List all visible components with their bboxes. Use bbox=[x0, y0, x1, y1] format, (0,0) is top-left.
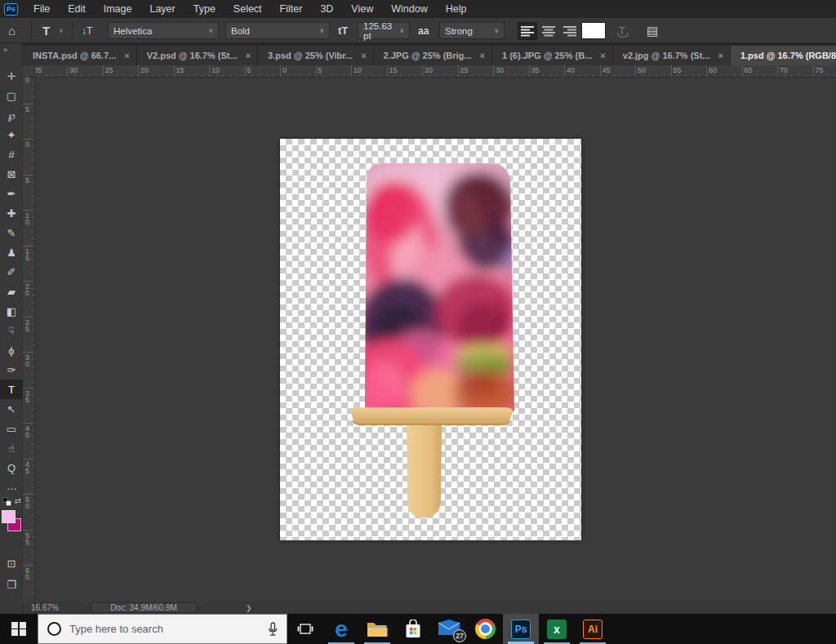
menu-3d[interactable]: 3D bbox=[311, 0, 342, 18]
status-bar: 16.67% Doc: 34.9M/60.9M ❯ bbox=[23, 602, 836, 614]
tab-close-icon[interactable]: × bbox=[124, 51, 129, 60]
quick-mask-icon[interactable]: ⊡ bbox=[0, 557, 23, 570]
dodge-tool[interactable]: ϕ bbox=[0, 340, 23, 360]
menu-file[interactable]: File bbox=[24, 0, 59, 18]
edge-taskbar-button[interactable]: e bbox=[323, 614, 359, 644]
ruler-label: 15 bbox=[176, 66, 185, 74]
file-explorer-taskbar-button[interactable] bbox=[359, 614, 395, 644]
eyedropper-tool[interactable]: ✒ bbox=[0, 184, 23, 203]
excel-taskbar-button[interactable]: x bbox=[539, 614, 575, 644]
menu-window[interactable]: Window bbox=[382, 0, 436, 18]
tab-close-icon[interactable]: × bbox=[718, 51, 723, 60]
chevron-down-icon[interactable]: ∨ bbox=[59, 18, 64, 43]
tab-close-icon[interactable]: × bbox=[246, 51, 251, 60]
font-family-select[interactable]: Helvetica ∨ bbox=[108, 22, 219, 39]
screen-mode-icon[interactable]: ❐ bbox=[0, 579, 23, 591]
task-view-button[interactable] bbox=[287, 614, 323, 644]
ruler-label: 55 bbox=[674, 66, 682, 74]
eraser-tool[interactable]: ▰ bbox=[0, 282, 23, 301]
menu-edit[interactable]: Edit bbox=[59, 0, 95, 18]
toggle-panels-icon[interactable]: ▤ bbox=[647, 18, 658, 43]
type-tool[interactable]: T bbox=[0, 380, 23, 399]
canvas-document[interactable] bbox=[280, 139, 581, 540]
ruler-corner[interactable] bbox=[23, 65, 35, 78]
frame-tool[interactable]: ⊠ bbox=[0, 164, 23, 184]
align-left-button[interactable] bbox=[518, 22, 537, 40]
lasso-tool[interactable]: ℘ bbox=[0, 105, 23, 125]
document-tab[interactable]: INSTA.psd @ 66.7...× bbox=[23, 46, 136, 65]
foreground-color-swatch[interactable] bbox=[2, 510, 16, 523]
home-icon[interactable]: ⌂ bbox=[8, 18, 16, 43]
rectangle-tool[interactable]: ▭ bbox=[0, 419, 23, 438]
text-color-swatch[interactable] bbox=[581, 22, 606, 39]
zoom-level-field[interactable]: 16.67% bbox=[31, 603, 76, 612]
chrome-taskbar-button[interactable] bbox=[467, 614, 503, 644]
store-taskbar-button[interactable] bbox=[395, 614, 431, 644]
document-tab[interactable]: 1 (6).JPG @ 25% (B...× bbox=[492, 46, 612, 65]
align-center-button[interactable] bbox=[539, 22, 558, 40]
path-selection-tool[interactable]: ↖ bbox=[0, 399, 23, 419]
quick-selection-tool[interactable]: ✦ bbox=[0, 125, 23, 144]
ruler-minor-tick bbox=[81, 74, 82, 77]
healing-brush-tool[interactable]: ✚ bbox=[0, 203, 23, 223]
menu-filter[interactable]: Filter bbox=[271, 0, 312, 18]
tab-close-icon[interactable]: × bbox=[480, 51, 485, 60]
document-tab[interactable]: 3.psd @ 25% (Vibr...× bbox=[258, 46, 373, 65]
menu-image[interactable]: Image bbox=[95, 0, 141, 18]
align-right-icon bbox=[563, 25, 576, 37]
tab-close-icon[interactable]: × bbox=[361, 51, 366, 60]
smudge-tool[interactable]: ☟ bbox=[0, 321, 23, 340]
mail-taskbar-button[interactable]: 27 bbox=[431, 614, 467, 644]
windows-taskbar: Type here to search e bbox=[0, 614, 836, 644]
document-tab[interactable]: 2.JPG @ 25% (Brig...× bbox=[374, 46, 491, 65]
start-button[interactable] bbox=[0, 614, 38, 644]
tab-close-icon[interactable]: × bbox=[600, 51, 605, 60]
menu-view[interactable]: View bbox=[342, 0, 382, 18]
document-tab[interactable]: 1.psd @ 16.7% (RGB/8*)× bbox=[731, 46, 836, 65]
vertical-ruler[interactable]: 105051015202530354045505560 bbox=[23, 78, 35, 602]
photoshop-icon: Ps bbox=[511, 620, 531, 639]
move-tool[interactable]: ✛ bbox=[0, 66, 23, 86]
document-tab[interactable]: V2.psd @ 16.7% (St...× bbox=[137, 46, 257, 65]
brush-tool[interactable]: ✎ bbox=[0, 223, 23, 242]
menu-select[interactable]: Select bbox=[225, 0, 271, 18]
type-tool-preset-icon[interactable]: T bbox=[42, 18, 50, 43]
ruler-minor-tick bbox=[32, 402, 34, 402]
taskbar-search-input[interactable]: Type here to search bbox=[38, 614, 287, 644]
ruler-minor-tick bbox=[96, 74, 96, 77]
crop-tool[interactable]: # bbox=[0, 144, 23, 164]
zoom-tool[interactable]: Q bbox=[0, 458, 23, 477]
illustrator-icon: Ai bbox=[583, 620, 603, 639]
ruler-minor-tick bbox=[32, 451, 34, 452]
font-size-select[interactable]: 125.63 pt ∨ bbox=[358, 22, 410, 39]
microphone-icon[interactable] bbox=[267, 622, 278, 637]
ruler-minor-tick bbox=[820, 74, 820, 77]
text-orientation-icon[interactable]: ↓T bbox=[82, 18, 92, 43]
ruler-label: 20 bbox=[140, 66, 149, 74]
gradient-tool[interactable]: ◧ bbox=[0, 301, 23, 321]
horizontal-ruler[interactable]: 3530252015105051015202530354045505560657… bbox=[23, 65, 836, 78]
anti-alias-select[interactable]: Strong ∨ bbox=[439, 22, 505, 39]
status-chevron-icon[interactable]: ❯ bbox=[246, 604, 252, 612]
ruler-minor-tick bbox=[522, 74, 522, 77]
font-style-select[interactable]: Bold ∨ bbox=[225, 22, 330, 39]
photoshop-taskbar-button[interactable]: Ps bbox=[503, 614, 539, 644]
illustrator-taskbar-button[interactable]: Ai bbox=[575, 614, 611, 644]
menu-type[interactable]: Type bbox=[185, 0, 225, 18]
align-right-button[interactable] bbox=[560, 22, 580, 40]
default-colors-icon[interactable] bbox=[2, 497, 12, 507]
rectangular-marquee-tool[interactable]: ▢ bbox=[0, 86, 23, 105]
document-tab[interactable]: v2.jpg @ 16.7% (St...× bbox=[613, 46, 730, 65]
clone-stamp-tool[interactable]: ♟ bbox=[0, 242, 23, 262]
menu-layer[interactable]: Layer bbox=[140, 0, 184, 18]
history-brush-tool[interactable]: ✐ bbox=[0, 262, 23, 282]
warp-text-icon[interactable]: T bbox=[619, 24, 625, 37]
hand-tool[interactable]: ☝ bbox=[0, 438, 23, 458]
menu-help[interactable]: Help bbox=[437, 0, 476, 18]
pen-tool[interactable]: ✑ bbox=[0, 360, 23, 380]
ruler-minor-tick bbox=[32, 409, 34, 410]
pasteboard[interactable] bbox=[35, 78, 836, 602]
swap-colors-icon[interactable]: ⇄ bbox=[15, 496, 21, 505]
edit-toolbar-icon[interactable]: ⋯ bbox=[0, 482, 23, 495]
collapse-toolbar-icon[interactable]: » bbox=[0, 43, 22, 54]
